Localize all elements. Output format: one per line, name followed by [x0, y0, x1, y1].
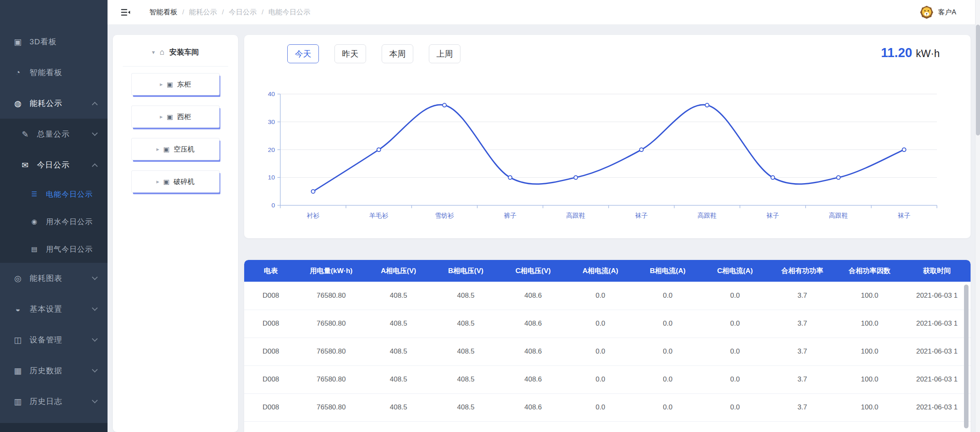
- device-tree-panel: ▾ ⌂ 安装车间 ▸▣东柜▸▣西柜▸▣空压机▸▣破碎机: [113, 35, 238, 432]
- user-box[interactable]: 客户A: [919, 5, 956, 20]
- sidebar-item-0[interactable]: ▣3D看板: [0, 26, 108, 57]
- sidebar-item-9[interactable]: ◒基本设置: [0, 294, 108, 324]
- table-row-1[interactable]: D00876580.80408.5408.5408.60.00.00.03.71…: [244, 310, 971, 338]
- table-cell: D008: [244, 338, 298, 365]
- tree-item-list: ▸▣东柜▸▣西柜▸▣空压机▸▣破碎机: [113, 67, 238, 193]
- data-point-marker[interactable]: [902, 148, 906, 152]
- table-cell: D008: [244, 421, 298, 432]
- table-cell: 408.6: [499, 365, 567, 393]
- breadcrumb-item-0[interactable]: 智能看板: [149, 7, 177, 17]
- table-row-3[interactable]: D00876580.80408.5408.5408.60.00.00.03.71…: [244, 365, 971, 393]
- sidebar-item-6[interactable]: ◉用水今日公示: [0, 208, 108, 235]
- sidebar-item-2[interactable]: ◍能耗公示: [0, 88, 108, 119]
- sidebar-item-8[interactable]: ◎能耗图表: [0, 263, 108, 294]
- table-cell: 2021-06-03 1: [903, 338, 971, 365]
- tree-item-1[interactable]: ▸▣西柜: [131, 106, 220, 128]
- table-cell: 0.0: [701, 310, 769, 338]
- caret-down-icon[interactable]: ▾: [152, 49, 155, 55]
- sidebar-item-4[interactable]: ✉今日公示: [0, 149, 108, 180]
- sidebar-item-11[interactable]: ▦历史数据: [0, 355, 108, 386]
- data-point-marker[interactable]: [311, 190, 315, 193]
- series-line: [313, 105, 904, 191]
- x-tick-label: 高跟鞋: [566, 212, 586, 219]
- device-icon: ◫: [13, 335, 23, 345]
- expand-arrow-icon[interactable]: ▸: [156, 146, 159, 152]
- table-cell: 0.0: [634, 421, 701, 432]
- sidebar-item-1[interactable]: ◔智能看板: [0, 57, 108, 88]
- tree-item-0[interactable]: ▸▣东柜: [131, 73, 220, 95]
- table-cell: 3.7: [769, 310, 836, 338]
- sidebar-item-label: 基本设置: [30, 304, 62, 315]
- data-point-marker[interactable]: [705, 103, 709, 107]
- sidebar-item-7[interactable]: ▤用气今日公示: [0, 235, 108, 263]
- table-header-cell: C相电压(V): [499, 260, 567, 282]
- table-cell: 0.0: [634, 310, 701, 338]
- table-cell: 408.5: [365, 338, 432, 365]
- meter-icon: ▣: [163, 145, 169, 153]
- meter-icon: ▣: [163, 178, 169, 186]
- table-cell: 0.0: [701, 282, 769, 310]
- page-scrollbar[interactable]: [975, 0, 980, 432]
- table-cell: 2021-06-03 1: [903, 310, 971, 338]
- sidebar-item-label: 总量公示: [37, 129, 70, 140]
- table-scrollbar[interactable]: [964, 285, 969, 428]
- chevron-down-icon: [92, 305, 98, 311]
- breadcrumb-item-1[interactable]: 能耗公示: [189, 7, 217, 17]
- tree-item-label: 破碎机: [174, 177, 195, 186]
- breadcrumb-item-2[interactable]: 今日公示: [229, 7, 256, 17]
- sidebar-footer: [0, 423, 108, 432]
- sidebar-collapse-icon[interactable]: [121, 8, 131, 17]
- sidebar-item-10[interactable]: ◫设备管理: [0, 324, 108, 355]
- table-cell: 408.5: [365, 310, 432, 338]
- breadcrumb-item-3[interactable]: 电能今日公示: [268, 7, 310, 17]
- history-log-icon: ▥: [13, 397, 23, 407]
- table-cell: 408.5: [432, 338, 499, 365]
- table-cell: 3.7: [769, 393, 836, 421]
- range-button-0[interactable]: 今天: [287, 44, 319, 63]
- table-cell: D008: [244, 365, 298, 393]
- tree-item-3[interactable]: ▸▣破碎机: [131, 170, 220, 193]
- sidebar-item-3[interactable]: ✎总量公示: [0, 119, 108, 149]
- tree-item-2[interactable]: ▸▣空压机: [131, 138, 220, 160]
- table-cell: 76580.80: [298, 282, 365, 310]
- expand-arrow-icon[interactable]: ▸: [160, 81, 163, 87]
- table-row-4[interactable]: D00876580.80408.5408.5408.60.00.00.03.71…: [244, 393, 971, 421]
- table-cell: 76580.80: [298, 421, 365, 432]
- tree-item-label: 西柜: [177, 112, 191, 122]
- tree-item-label: 东柜: [177, 80, 191, 89]
- sidebar-item-label: 历史数据: [30, 365, 62, 376]
- data-point-marker[interactable]: [508, 176, 512, 179]
- data-point-marker[interactable]: [771, 176, 775, 179]
- expand-arrow-icon[interactable]: ▸: [160, 113, 163, 120]
- meter-icon: ▣: [167, 113, 173, 121]
- tree-root-node[interactable]: ▾ ⌂ 安装车间: [113, 35, 238, 57]
- data-point-marker[interactable]: [443, 103, 446, 107]
- table-cell: 100.0: [836, 365, 903, 393]
- table-header-cell: C相电流(A): [701, 260, 769, 282]
- page-scrollbar-thumb[interactable]: [976, 25, 980, 136]
- meter-icon: ▣: [167, 80, 173, 88]
- data-point-marker[interactable]: [640, 148, 643, 152]
- table-header-cell: 合相功率因数: [836, 260, 903, 282]
- x-tick-label: 高跟鞋: [698, 212, 717, 219]
- x-tick-label: 高跟鞋: [829, 212, 848, 219]
- y-tick-label: 20: [268, 146, 275, 153]
- chevron-down-icon: [92, 367, 98, 372]
- data-point-marker[interactable]: [574, 176, 578, 179]
- sidebar-item-label: 智能看板: [30, 67, 62, 78]
- sidebar-item-5[interactable]: ☰电能今日公示: [0, 180, 108, 208]
- data-point-marker[interactable]: [377, 148, 381, 152]
- sidebar-item-12[interactable]: ▥历史日志: [0, 386, 108, 417]
- expand-arrow-icon[interactable]: ▸: [156, 178, 159, 185]
- table-row-5[interactable]: D00876580.80408.5408.5408.60.00.00.03.71…: [244, 421, 971, 432]
- table-cell: 76580.80: [298, 338, 365, 365]
- range-button-1[interactable]: 昨天: [334, 44, 366, 63]
- table-cell: 408.5: [365, 393, 432, 421]
- range-button-3[interactable]: 上周: [429, 44, 460, 63]
- table-row-2[interactable]: D00876580.80408.5408.5408.60.00.00.03.71…: [244, 338, 971, 365]
- table-header-cell: 获取时间: [903, 260, 971, 282]
- table-cell: 76580.80: [298, 310, 365, 338]
- table-row-0[interactable]: D00876580.80408.5408.5408.60.00.00.03.71…: [244, 282, 971, 310]
- data-point-marker[interactable]: [837, 176, 840, 179]
- range-button-2[interactable]: 本周: [382, 44, 413, 63]
